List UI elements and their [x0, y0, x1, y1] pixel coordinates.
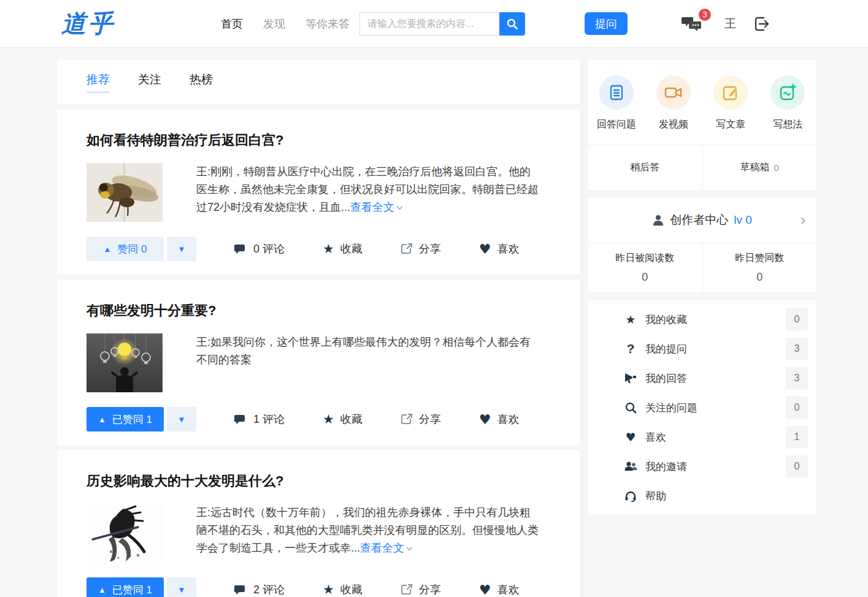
star-icon: ★ — [323, 241, 334, 256]
question-title[interactable]: 如何看待特朗普治疗后返回白宫? — [86, 131, 550, 150]
share-button[interactable]: 分享 — [401, 582, 441, 597]
question-thumbnail-fly[interactable] — [86, 163, 163, 222]
sidebar-item-help[interactable]: 帮助 — [588, 481, 816, 511]
collect-label: 收藏 — [340, 412, 363, 427]
comment-icon — [234, 414, 247, 425]
question-title[interactable]: 有哪些发明十分重要? — [86, 302, 550, 320]
chevron-right-icon: › — [801, 211, 805, 229]
tab-recommended[interactable]: 推荐 — [86, 72, 110, 93]
write-idea-action[interactable]: 写想法 — [759, 75, 816, 131]
like-button[interactable]: ♥喜欢 — [479, 241, 520, 257]
heart-icon: ♥ — [479, 582, 491, 597]
downvote-button[interactable]: ▼ — [167, 577, 196, 597]
collect-button[interactable]: ★收藏 — [323, 241, 363, 256]
sidebar-item-my-questions[interactable]: ? 我的提问 3 — [588, 334, 816, 363]
post-video-action[interactable]: 发视频 — [645, 75, 702, 131]
answer-later-label: 稍后答 — [630, 161, 659, 174]
share-label: 分享 — [419, 582, 441, 597]
read-more-link[interactable]: 查看全文 — [350, 201, 402, 213]
creator-center-link[interactable]: 创作者中心 lv 0 › — [588, 197, 816, 243]
like-button[interactable]: ♥喜欢 — [479, 582, 520, 597]
invite-icon — [623, 460, 639, 473]
sidebar-item-followed-questions[interactable]: 关注的问题 0 — [588, 393, 816, 422]
stat-label: 昨日被阅读数 — [615, 252, 674, 265]
share-button[interactable]: 分享 — [401, 241, 441, 256]
headset-icon — [623, 490, 639, 502]
username-link[interactable]: 王 — [724, 16, 736, 32]
upvote-button[interactable]: ▲赞同 0 — [86, 237, 164, 261]
tab-hot-list[interactable]: 热榜 — [190, 72, 213, 93]
menu-label: 关注的问题 — [645, 401, 786, 415]
upvote-icon: ▲ — [98, 585, 106, 595]
upvote-button[interactable]: ▲已赞同 1 — [86, 577, 164, 597]
sidebar-item-likes[interactable]: ♥ 喜欢 1 — [588, 422, 816, 452]
creator-action-label: 回答问题 — [597, 118, 636, 131]
upvote-label: 已赞同 1 — [112, 583, 152, 597]
menu-label: 喜欢 — [645, 430, 786, 444]
question-thumbnail-lightbulbs[interactable] — [86, 333, 163, 392]
collect-button[interactable]: ★收藏 — [323, 412, 363, 427]
nav-item-home[interactable]: 首页 — [221, 17, 243, 31]
share-icon — [401, 584, 413, 596]
stat-yesterday-reads: 昨日被阅读数 0 — [588, 243, 702, 292]
search-icon — [506, 18, 518, 30]
search-button[interactable] — [499, 12, 525, 36]
page-body: 推荐 关注 热榜 如何看待特朗普治疗后返回白宫? — [0, 48, 868, 597]
sidebar-item-my-answers[interactable]: 我的回答 3 — [588, 363, 816, 393]
logout-icon — [752, 15, 770, 33]
notifications-button[interactable]: 3 — [682, 15, 704, 33]
heart-icon: ♥ — [479, 412, 491, 427]
write-article-action[interactable]: 写文章 — [702, 75, 759, 131]
nav-item-discover[interactable]: 发现 — [263, 17, 285, 31]
feed-column: 推荐 关注 热榜 如何看待特朗普治疗后返回白宫? — [57, 59, 580, 597]
collect-label: 收藏 — [340, 241, 363, 256]
question-card: 如何看待特朗普治疗后返回白宫? — [57, 109, 580, 275]
share-button[interactable]: 分享 — [401, 412, 441, 427]
comment-icon — [234, 584, 247, 596]
question-card: 历史影响最大的十大发明是什么? — [57, 450, 580, 597]
stat-yesterday-upvotes: 昨日赞同数 0 — [702, 243, 817, 292]
sidebar-item-my-collections[interactable]: ★ 我的收藏 0 — [588, 305, 816, 334]
collect-button[interactable]: ★收藏 — [323, 582, 363, 597]
menu-count-badge: 3 — [786, 367, 808, 389]
question-thumbnail-ink-warrior[interactable] — [86, 504, 163, 563]
draft-box-label: 草稿箱 — [740, 161, 770, 174]
question-title[interactable]: 历史影响最大的十大发明是什么? — [86, 472, 550, 490]
star-icon: ★ — [323, 412, 334, 427]
upvote-icon: ▲ — [103, 245, 111, 254]
read-more-link[interactable]: 查看全文 — [360, 542, 412, 554]
answer-question-action[interactable]: 回答问题 — [588, 75, 645, 131]
downvote-button[interactable]: ▼ — [167, 237, 196, 261]
heart-icon: ♥ — [623, 430, 639, 444]
feed-tabs: 推荐 关注 热榜 — [57, 59, 580, 104]
main-nav: 首页 发现 等你来答 — [221, 17, 350, 31]
comments-button[interactable]: 1 评论 — [234, 412, 285, 427]
menu-count-badge: 0 — [786, 308, 808, 330]
logout-button[interactable] — [752, 15, 770, 33]
heart-icon: ♥ — [479, 241, 491, 257]
creator-center-label: 创作者中心 — [670, 212, 728, 228]
megaphone-icon — [623, 373, 639, 384]
search-icon — [623, 401, 639, 414]
creator-action-label: 发视频 — [659, 118, 688, 131]
like-button[interactable]: ♥喜欢 — [479, 412, 520, 427]
excerpt-text: 王:如果我问你，这个世界上有哪些最伟大的发明？相信每个人都会有不同的答案 — [196, 336, 531, 366]
upvote-button[interactable]: ▲已赞同 1 — [86, 407, 164, 432]
draft-count: 0 — [774, 162, 779, 173]
answer-later-button[interactable]: 稍后答 — [588, 145, 702, 190]
menu-label: 我的邀请 — [645, 460, 786, 474]
search-input[interactable] — [359, 12, 499, 36]
question-actions: ▲赞同 0 ▼ 0 评论 ★收藏 分享 ♥喜欢 — [86, 237, 550, 261]
downvote-button[interactable]: ▼ — [167, 407, 196, 432]
comment-icon — [234, 243, 247, 255]
sidebar-item-my-invitations[interactable]: 我的邀请 0 — [588, 452, 816, 481]
tab-following[interactable]: 关注 — [138, 72, 161, 93]
ask-question-button[interactable]: 提问 — [585, 12, 628, 35]
comments-button[interactable]: 2 评论 — [234, 582, 285, 597]
draft-box-button[interactable]: 草稿箱 0 — [702, 145, 817, 190]
comments-button[interactable]: 0 评论 — [234, 241, 285, 256]
nav-item-waiting-answer[interactable]: 等你来答 — [305, 17, 350, 31]
menu-label: 帮助 — [645, 489, 786, 503]
comments-label: 2 评论 — [253, 582, 285, 597]
site-logo[interactable]: 道乎 — [61, 7, 115, 40]
